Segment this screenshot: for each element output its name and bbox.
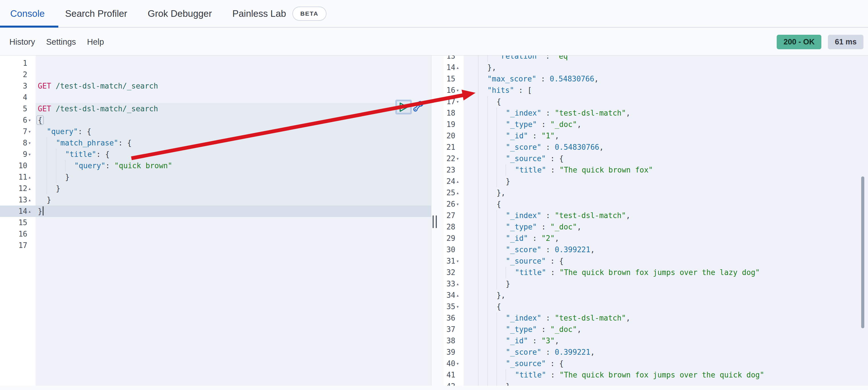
code-line: 19 "_type" : "_doc",: [444, 119, 868, 130]
code-line: 20 "_id" : "1",: [444, 130, 868, 141]
code-line: 15 "max_score" : 0.54830766,: [444, 73, 868, 85]
code-line: 14▴ },: [444, 62, 868, 73]
line-number: 19: [444, 119, 464, 130]
indent-guide: [478, 324, 487, 335]
menu-item-history[interactable]: History: [9, 37, 35, 47]
fold-toggle-icon[interactable]: ▾: [455, 255, 464, 267]
indent-guide: [478, 358, 487, 369]
indent-guide: [46, 171, 56, 183]
indent-guide: [488, 267, 497, 278]
line-number: 34▴: [444, 289, 464, 301]
indent-guide: [497, 324, 506, 335]
fold-toggle-icon[interactable]: ▾: [27, 114, 36, 126]
fold-toggle-icon[interactable]: ▾: [455, 96, 464, 107]
code-line: 25▴ },: [444, 187, 868, 198]
tab-search-profiler[interactable]: Search Profiler: [65, 8, 127, 19]
indent-guide: [478, 278, 487, 289]
indent-guide: [478, 335, 487, 346]
fold-toggle-icon[interactable]: ▾: [27, 148, 36, 160]
fold-toggle-icon[interactable]: ▾: [27, 137, 36, 148]
code-line: 31▾ "_source" : {: [444, 255, 868, 267]
code-line: 2: [0, 69, 431, 80]
menu-item-settings[interactable]: Settings: [46, 37, 76, 47]
line-number: 41: [444, 369, 464, 381]
line-number: 14▴: [0, 205, 36, 217]
fold-toggle-icon[interactable]: ▾: [455, 358, 464, 369]
code-line: 21 "_score" : 0.54830766,: [444, 141, 868, 153]
indent-guide: [497, 119, 506, 130]
line-number: 29: [444, 232, 464, 244]
menu-item-help[interactable]: Help: [87, 37, 104, 47]
indent-guide: [56, 148, 65, 160]
tab-painless-lab[interactable]: Painless Lab: [232, 8, 286, 19]
line-number: 7▾: [0, 126, 36, 137]
indent-guide: [478, 289, 487, 301]
indent-guide: [497, 381, 506, 386]
indent-guide: [478, 381, 487, 386]
line-number: 13: [444, 56, 464, 62]
fold-toggle-icon[interactable]: ▾: [455, 85, 464, 96]
panel-splitter-handle[interactable]: [433, 216, 438, 228]
indent-guide: [478, 107, 487, 119]
code-line: 18 "_index" : "test-dsl-match",: [444, 107, 868, 119]
code-line: 22▾ "_source" : {: [444, 153, 868, 164]
fold-toggle-icon[interactable]: ▴: [455, 62, 464, 73]
request-editor[interactable]: 123GET /test-dsl-match/_search45GET /tes…: [0, 56, 431, 386]
line-number: 30: [444, 244, 464, 255]
line-number: 15: [0, 217, 36, 228]
indent-guide: [488, 221, 497, 232]
indent-guide: [478, 62, 487, 73]
indent-guide: [478, 119, 487, 130]
indent-guide: [478, 312, 487, 324]
fold-toggle-icon[interactable]: ▴: [27, 183, 36, 194]
tab-console[interactable]: Console: [10, 8, 45, 19]
response-scrollbar-thumb[interactable]: [861, 176, 864, 328]
code-line: 4: [0, 92, 431, 103]
indent-guide: [488, 130, 497, 141]
line-number: 25▴: [444, 187, 464, 198]
indent-guide: [56, 171, 65, 183]
fold-toggle-icon[interactable]: ▴: [27, 205, 36, 217]
fold-toggle-icon[interactable]: ▴: [455, 187, 464, 198]
indent-guide: [488, 164, 497, 176]
indent-guide: [488, 232, 497, 244]
line-number: 17▾: [444, 96, 464, 107]
indent-guide: [478, 85, 487, 96]
fold-toggle-icon[interactable]: ▴: [455, 289, 464, 301]
fold-toggle-icon[interactable]: ▾: [455, 198, 464, 210]
indent-guide: [46, 137, 56, 148]
fold-toggle-icon[interactable]: ▴: [27, 194, 36, 205]
indent-guide: [488, 141, 497, 153]
kibana-dev-tools-console: { "tabs": { "items": [ {"label": "Consol…: [0, 0, 868, 390]
indent-guide: [488, 119, 497, 130]
request-settings-wrench-icon[interactable]: [411, 99, 426, 116]
indent-guide: [497, 335, 506, 346]
text-cursor: [43, 206, 43, 216]
send-request-play-icon[interactable]: [399, 102, 409, 113]
fold-toggle-icon[interactable]: ▴: [455, 278, 464, 289]
response-viewer[interactable]: 13 "relation" : "eq"14▴ },15 "max_score"…: [444, 56, 868, 386]
line-number: 5: [0, 103, 36, 114]
tab-grok-debugger[interactable]: Grok Debugger: [148, 8, 212, 19]
code-line: 17: [0, 240, 431, 251]
line-number: 26▾: [444, 198, 464, 210]
line-number: 16▾: [444, 85, 464, 96]
indent-guide: [488, 312, 497, 324]
line-number: 37: [444, 324, 464, 335]
indent-guide: [488, 324, 497, 335]
code-line: 29 "_id" : "2",: [444, 232, 868, 244]
indent-guide: [46, 148, 56, 160]
line-number: 17: [0, 240, 36, 251]
fold-toggle-icon[interactable]: ▾: [455, 301, 464, 312]
code-line: 24▴ }: [444, 176, 868, 187]
code-line: 8▾ "match_phrase": {: [0, 137, 431, 148]
line-number: 4: [0, 92, 36, 103]
fold-toggle-icon[interactable]: ▴: [455, 381, 464, 386]
fold-toggle-icon[interactable]: ▴: [27, 171, 36, 183]
fold-toggle-icon[interactable]: ▾: [455, 153, 464, 164]
indent-guide: [478, 130, 487, 141]
fold-toggle-icon[interactable]: ▾: [27, 126, 36, 137]
indent-guide: [497, 278, 506, 289]
fold-toggle-icon[interactable]: ▴: [455, 176, 464, 187]
indent-guide: [497, 141, 506, 153]
